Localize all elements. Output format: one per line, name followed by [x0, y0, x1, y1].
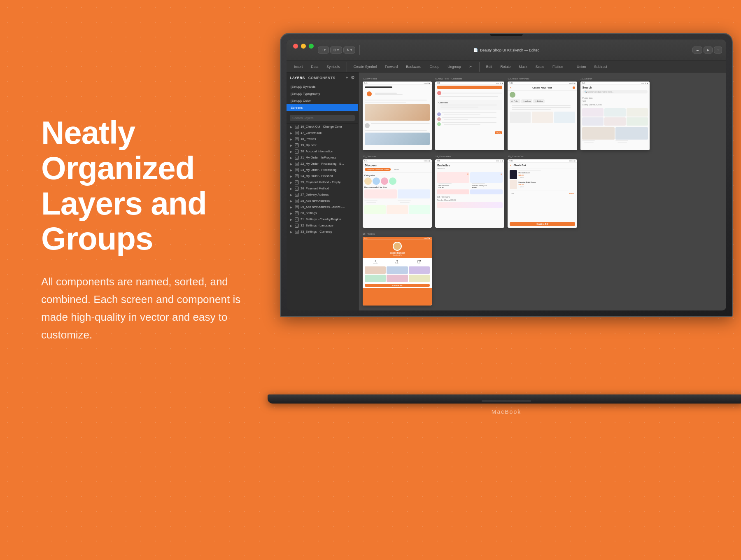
- toolbar-right-group: ☁ ▶ ↑: [692, 47, 722, 54]
- screen-bezel: + ▾ ⊞ ▾ ↻ ▾ 📄 Beauty Shop UI Kit.sketch …: [287, 40, 726, 310]
- layer-item-30[interactable]: ▶ ▭ 30_Settings: [287, 210, 358, 216]
- phone-statusbar-9: 9:41●●● ☰ ■: [508, 82, 577, 85]
- artboard-7-label: 7_New Feed: [363, 77, 377, 80]
- phone-card-search: 9:41●●● ☰ ■ Search 🔍 Search product name…: [580, 82, 650, 150]
- sidebar-tab-components[interactable]: COMPONENTS: [308, 76, 336, 80]
- layer-item-27[interactable]: ▶ ▭ 27_Delivery Address: [287, 191, 358, 198]
- tb-forward[interactable]: Forward: [382, 64, 401, 70]
- sidebar-tab-layers[interactable]: LAYERS: [290, 76, 305, 80]
- tb-mask[interactable]: Mask: [516, 64, 531, 70]
- artboard-8: 8_New Feed - Comment 9:41●●● ☰ ■: [435, 77, 504, 151]
- tb-backward[interactable]: Backward: [403, 64, 424, 70]
- tb-subtract[interactable]: Subtract: [591, 64, 611, 70]
- fullscreen-button-dot[interactable]: [309, 44, 314, 49]
- layer-item-17[interactable]: ▶ ▭ 17_Confirm Bill: [287, 130, 358, 136]
- artboard-empty: [653, 77, 722, 151]
- toolbar-share-btn[interactable]: ↑: [714, 47, 722, 54]
- layer-item-33[interactable]: ▶ ▭ 33_Settings - Currency: [287, 229, 358, 235]
- sidebar-setup-symbols[interactable]: [Setup]: Symbols: [287, 83, 358, 90]
- tb-scissors[interactable]: ✂: [466, 64, 476, 70]
- toolbar-refresh-btn[interactable]: ↻ ▾: [343, 47, 355, 54]
- phone-screen-9: ✕ Create New Post: [508, 85, 577, 150]
- sidebar-setup-color[interactable]: [Setup]: Color: [287, 97, 358, 104]
- search-layers-input[interactable]: [290, 115, 355, 121]
- close-button-dot[interactable]: [293, 44, 298, 49]
- toolbar-present-btn[interactable]: ▶: [704, 47, 713, 54]
- artboard-18: 18_Profiles 9:41●●● ☰ ■: [363, 232, 432, 306]
- artboard-13: 13_Discover 9:41●●● ☰ ■ Discover: [363, 154, 432, 229]
- toolbar-title: 📄 Beauty Shop UI Kit.sketch — Edited: [473, 48, 540, 52]
- artboard-8-label: 8_New Feed - Comment: [435, 77, 462, 80]
- tb-flatten[interactable]: Flatten: [549, 64, 566, 70]
- toolbar-grid-btn[interactable]: ⊞ ▾: [330, 47, 342, 54]
- artboard-7: 7_New Feed 9:41●●● ☰ ■: [363, 77, 432, 151]
- phone-card-create-post: 9:41●●● ☰ ■ ✕ Create New Post: [508, 82, 577, 150]
- layer-item-20[interactable]: ▶ ▭ 20_Account Information: [287, 148, 358, 154]
- phone-screen-15: ✕ Check Out: [508, 163, 577, 228]
- layer-item-25[interactable]: ▶ ▭ 25_Payment Method - Empty: [287, 179, 358, 185]
- layer-item-21[interactable]: ▶ ▭ 21_My Order - InProgress: [287, 154, 358, 161]
- layer-item-26[interactable]: ▶ ▭ 26_Payment Method: [287, 185, 358, 191]
- phone-screen-7: [363, 85, 432, 150]
- layer-item-19[interactable]: ▶ ▭ 19_My post: [287, 142, 358, 148]
- artboard-13-label: 13_Discover: [363, 155, 376, 158]
- minimize-button-dot[interactable]: [301, 44, 306, 49]
- layer-item-22[interactable]: ▶ ▭ 22_My Order - Processing - E...: [287, 161, 358, 167]
- layer-item-29[interactable]: ▶ ▭ 29_Add new Address - Allow L...: [287, 204, 358, 210]
- toolbar-insert-btn[interactable]: + ▾: [318, 47, 329, 54]
- phone-statusbar-15: 9:41●●● ☰ ■: [508, 159, 577, 163]
- layer-item-32[interactable]: ▶ ▭ 32_Settings - Language: [287, 222, 358, 229]
- tb-group[interactable]: Group: [426, 64, 443, 70]
- sidebar-add-icon[interactable]: +: [346, 75, 348, 80]
- laptop-lid: + ▾ ⊞ ▾ ↻ ▾ 📄 Beauty Shop UI Kit.sketch …: [280, 33, 733, 404]
- tb-ungroup[interactable]: Ungroup: [444, 64, 464, 70]
- tb-create-symbol[interactable]: Create Symbol: [350, 64, 380, 70]
- artboard-15: 15_Check Out 9:41●●● ☰ ■ ✕: [508, 154, 577, 229]
- artboard-empty3: [653, 154, 722, 229]
- phone-statusbar-13: 9:41●●● ☰ ■: [363, 159, 432, 163]
- artboard-9-label: 9_Create New Post: [508, 77, 529, 80]
- layer-item-18[interactable]: ▶ ▭ 18_Profiles: [287, 136, 358, 142]
- tb-insert[interactable]: Insert: [291, 64, 306, 70]
- sidebar-setup-typography[interactable]: [Setup]: Typography: [287, 90, 358, 97]
- artboard-10: 10_Search 9:41●●● ☰ ■ Search: [580, 77, 650, 151]
- laptop-mockup: + ▾ ⊞ ▾ ↻ ▾ 📄 Beauty Shop UI Kit.sketch …: [280, 33, 741, 519]
- phone-statusbar-7: 9:41●●● ☰ ■: [363, 82, 432, 85]
- artboard-9: 9_Create New Post 9:41●●● ☰ ■ ✕: [508, 77, 577, 151]
- tb-edit[interactable]: Edit: [483, 64, 496, 70]
- phone-card-checkout: 9:41●●● ☰ ■ ✕ Check Out: [508, 159, 577, 228]
- tb-data[interactable]: Data: [308, 64, 322, 70]
- sidebar-search: [287, 111, 358, 124]
- layer-item-24[interactable]: ▶ ▭ 24_My Order - Finished: [287, 173, 358, 179]
- sketch-toolbar: + ▾ ⊞ ▾ ↻ ▾ 📄 Beauty Shop UI Kit.sketch …: [287, 40, 726, 61]
- description-text: All components are named, sorted, and co…: [41, 273, 259, 344]
- phone-screen-13: Discover Farmpoint Eyeshadow Palette see…: [363, 163, 432, 228]
- sketch-main-area: LAYERS COMPONENTS + ⚙ [Setup]: Symbols […: [287, 72, 726, 310]
- tb-scale[interactable]: Scale: [532, 64, 548, 70]
- macbook-label: MacBook: [492, 408, 521, 415]
- sidebar-screens[interactable]: Screens: [287, 104, 358, 111]
- artboard-10-label: 10_Search: [580, 77, 592, 80]
- toolbar-cloud-btn[interactable]: ☁: [692, 47, 702, 54]
- tb-union[interactable]: Union: [573, 64, 589, 70]
- phone-card-favourites: 9:41●●● ☰ ■ Easluttes Skincare ×: [435, 159, 504, 228]
- sketch-canvas: 7_New Feed 9:41●●● ☰ ■: [359, 72, 726, 310]
- layer-item-23[interactable]: ▶ ▭ 23_My Order - Processing: [287, 167, 358, 173]
- artboard-14-label: 14_Favourites: [435, 155, 451, 158]
- sketch-sidebar: LAYERS COMPONENTS + ⚙ [Setup]: Symbols […: [287, 72, 359, 310]
- tb-rotate[interactable]: Rotate: [497, 64, 514, 70]
- phone-card-profiles: 9:41●●● ☰ ■ Sophie Ramber: [363, 237, 432, 306]
- phone-statusbar-8: 9:41●●● ☰ ■: [435, 82, 504, 85]
- layer-item-16[interactable]: ▶ ▭ 16_Check Out - Change Color: [287, 124, 358, 130]
- phone-statusbar-18: 9:41●●● ☰ ■: [363, 237, 432, 240]
- layer-item-31[interactable]: ▶ ▭ 31_Settings - Country/Region: [287, 216, 358, 222]
- layer-item-28[interactable]: ▶ ▭ 28_Add new Address: [287, 198, 358, 204]
- laptop-base: MacBook: [268, 394, 741, 404]
- left-panel: Neatly Organized Layers and Groups All c…: [41, 115, 259, 344]
- artboard-15-label: 15_Check Out: [508, 155, 523, 158]
- toolbar-insert-group: + ▾ ⊞ ▾ ↻ ▾: [318, 47, 355, 54]
- main-heading: Neatly Organized Layers and Groups: [41, 115, 259, 257]
- tb-symbols[interactable]: Symbols: [323, 64, 343, 70]
- sidebar-settings-icon[interactable]: ⚙: [351, 75, 355, 80]
- sidebar-header: LAYERS COMPONENTS + ⚙: [287, 72, 358, 83]
